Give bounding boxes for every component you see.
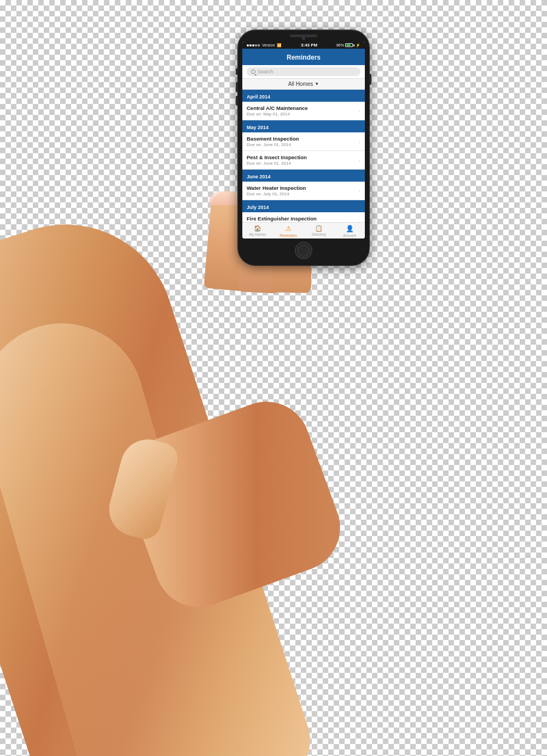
reminder-title: Central A/C Maintenance [247, 105, 359, 111]
reminder-title: Basement Inspection [247, 136, 359, 142]
nav-bar: Reminders [242, 49, 365, 65]
reminders-list: April 2014 Central A/C Maintenance Due o… [242, 90, 365, 231]
tab-bar: 🏠 My Homes ⚠ Reminders 📋 Directory 👤 Acc… [242, 222, 365, 239]
home-button-ring [298, 245, 310, 257]
search-icon [251, 69, 255, 74]
chevron-right-icon: › [359, 138, 360, 144]
filter-label: All Homes [288, 81, 313, 87]
search-placeholder: Search [258, 69, 274, 74]
reminder-subtitle: Due on: June 01, 2014 [247, 142, 359, 147]
signal-dot-4 [255, 44, 257, 46]
phone-device: Verizon 📶 3:43 PM 86% ⚡ [238, 30, 369, 265]
list-item[interactable]: Central A/C Maintenance Due on: May 01, … [242, 102, 365, 120]
signal-dot-5 [258, 44, 260, 46]
tab-account-label: Account [343, 234, 356, 237]
list-item[interactable]: Pest & Insect Inspection Due on: June 01… [242, 151, 365, 170]
list-item[interactable]: Basement Inspection Due on: June 01, 201… [242, 132, 365, 151]
tab-reminders[interactable]: ⚠ Reminders [273, 225, 304, 237]
status-bar: Verizon 📶 3:43 PM 86% ⚡ [242, 42, 365, 49]
signal-dot-3 [252, 44, 254, 46]
section-header-june: June 2014 [242, 170, 365, 182]
volume-down-button [236, 96, 238, 106]
section-title-june: June 2014 [247, 174, 271, 179]
section-header-may: May 2014 [242, 120, 365, 132]
section-header-april: April 2014 [242, 90, 365, 102]
phone-screen: Verizon 📶 3:43 PM 86% ⚡ [242, 42, 365, 239]
search-input-container[interactable]: Search [247, 67, 360, 76]
chevron-right-icon: › [359, 188, 360, 194]
mute-button [236, 68, 238, 75]
reminder-title: Pest & Insect Inspection [247, 154, 359, 160]
list-item-content: Water Heater Inspection Due on: July 01,… [247, 185, 359, 196]
list-item-content: Basement Inspection Due on: June 01, 201… [247, 136, 359, 147]
nav-title: Reminders [287, 54, 321, 61]
list-item-content: Central A/C Maintenance Due on: May 01, … [247, 105, 359, 117]
home-icon: 🏠 [254, 225, 261, 232]
filter-arrow-icon: ▼ [315, 82, 319, 86]
chevron-right-icon: › [359, 157, 360, 163]
section-title-may: May 2014 [247, 125, 269, 130]
tab-my-homes-label: My Homes [249, 232, 266, 236]
reminder-subtitle: Due on: May 01, 2014 [247, 112, 359, 117]
list-item-content: Pest & Insect Inspection Due on: June 01… [247, 154, 359, 166]
tab-directory-label: Directory [312, 232, 326, 236]
tab-reminders-label: Reminders [280, 234, 296, 237]
section-title-july: July 2014 [247, 205, 269, 210]
battery-icon [345, 43, 354, 47]
front-camera [302, 37, 305, 40]
signal-dot-2 [249, 44, 252, 46]
list-item[interactable]: Water Heater Inspection Due on: July 01,… [242, 182, 365, 200]
section-title-april: April 2014 [247, 94, 270, 100]
carrier-signal: Verizon 📶 [247, 43, 282, 48]
reminder-subtitle: Due on: June 01, 2014 [247, 161, 359, 166]
battery-percent: 86% [336, 43, 344, 47]
signal-dot-1 [247, 44, 249, 46]
status-time: 3:43 PM [301, 43, 317, 48]
directory-icon: 📋 [315, 225, 323, 232]
tab-account[interactable]: 👤 Account [334, 225, 365, 237]
wifi-icon: 📶 [277, 43, 282, 48]
search-bar[interactable]: Search [242, 65, 365, 79]
filter-bar[interactable]: All Homes ▼ [242, 79, 365, 90]
reminder-subtitle: Due on: July 01, 2014 [247, 191, 359, 196]
home-button[interactable] [295, 242, 312, 259]
power-button [369, 74, 371, 85]
carrier-name: Verizon [262, 43, 275, 47]
reminder-title: Water Heater Inspection [247, 185, 359, 191]
reminders-icon: ⚠ [286, 225, 292, 233]
tab-directory[interactable]: 📋 Directory [304, 225, 334, 237]
volume-up-button [236, 82, 238, 92]
tab-my-homes[interactable]: 🏠 My Homes [242, 225, 273, 237]
chevron-right-icon: › [359, 108, 360, 114]
section-header-july: July 2014 [242, 200, 365, 212]
reminder-title: Fire Extinguisher Inspection [247, 216, 359, 222]
account-icon: 👤 [346, 225, 354, 233]
